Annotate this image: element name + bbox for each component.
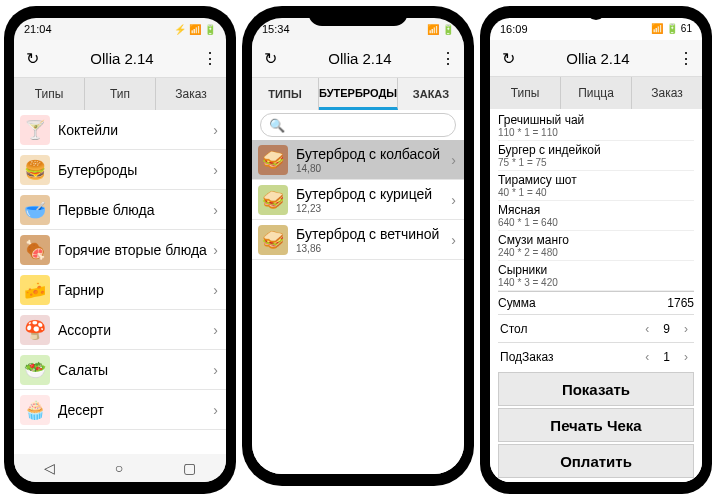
refresh-icon[interactable]: ↻ bbox=[260, 49, 280, 69]
tab-bar: Типы Тип Заказ bbox=[14, 78, 226, 110]
category-list: 🍸 Коктейли ›🍔 Бутерброды ›🥣 Первые блюда… bbox=[14, 110, 226, 454]
category-label: Салаты bbox=[58, 362, 213, 378]
category-row[interactable]: 🍔 Бутерброды › bbox=[14, 150, 226, 190]
item-price: 13,86 bbox=[296, 243, 451, 254]
sum-label: Сумма bbox=[498, 296, 536, 310]
back-icon[interactable]: ◁ bbox=[44, 460, 55, 476]
category-thumb: 🧁 bbox=[20, 395, 50, 425]
category-thumb: 🍖 bbox=[20, 235, 50, 265]
category-label: Десерт bbox=[58, 402, 213, 418]
sum-row: Сумма 1765 bbox=[498, 291, 694, 314]
category-thumb: 🍄 bbox=[20, 315, 50, 345]
suborder-decrement[interactable]: ‹ bbox=[641, 350, 653, 364]
tab-types[interactable]: ТИПЫ bbox=[252, 78, 319, 110]
category-row[interactable]: 🍖 Горячие вторые блюда › bbox=[14, 230, 226, 270]
chevron-right-icon: › bbox=[213, 282, 218, 298]
tab-sandwiches[interactable]: БУТЕРБРОДЫ bbox=[319, 78, 398, 110]
item-thumb: 🥪 bbox=[258, 225, 288, 255]
item-label: Бутерброд с ветчиной13,86 bbox=[296, 226, 451, 254]
chevron-right-icon: › bbox=[213, 322, 218, 338]
recent-icon[interactable]: ▢ bbox=[183, 460, 196, 476]
chevron-right-icon: › bbox=[451, 232, 456, 248]
item-row[interactable]: 🥪 Бутерброд с курицей12,23 › bbox=[252, 180, 464, 220]
order-item-calc: 40 * 1 = 40 bbox=[498, 187, 694, 198]
category-row[interactable]: 🧁 Десерт › bbox=[14, 390, 226, 430]
order-item-calc: 140 * 3 = 420 bbox=[498, 277, 694, 288]
table-label: Стол bbox=[500, 322, 527, 336]
tab-type[interactable]: Тип bbox=[85, 78, 156, 110]
status-bar: 21:04 ⚡ 📶 🔋 bbox=[14, 18, 226, 40]
suborder-increment[interactable]: › bbox=[680, 350, 692, 364]
tab-bar: ТИПЫ БУТЕРБРОДЫ ЗАКАЗ bbox=[252, 78, 464, 110]
notch bbox=[308, 6, 408, 26]
more-icon[interactable]: ⋮ bbox=[440, 49, 456, 68]
category-label: Бутерброды bbox=[58, 162, 213, 178]
tab-order[interactable]: ЗАКАЗ bbox=[398, 78, 464, 110]
app-bar: ↻ Ollia 2.14 ⋮ bbox=[490, 40, 702, 78]
order-item-name: Мясная bbox=[498, 203, 694, 217]
order-item-calc: 110 * 1 = 110 bbox=[498, 127, 694, 138]
status-icons: 📶 🔋 61 bbox=[651, 23, 692, 34]
clock: 15:34 bbox=[262, 23, 290, 35]
print-receipt-button[interactable]: Печать Чека bbox=[498, 408, 694, 442]
order-item-name: Смузи манго bbox=[498, 233, 694, 247]
category-row[interactable]: 🍸 Коктейли › bbox=[14, 110, 226, 150]
category-row[interactable]: 🍄 Ассорти › bbox=[14, 310, 226, 350]
app-title: Ollia 2.14 bbox=[280, 50, 440, 67]
category-thumb: 🥗 bbox=[20, 355, 50, 385]
category-thumb: 🍸 bbox=[20, 115, 50, 145]
refresh-icon[interactable]: ↻ bbox=[498, 48, 518, 68]
item-label: Бутерброд с колбасой14,80 bbox=[296, 146, 451, 174]
item-row[interactable]: 🥪 Бутерброд с колбасой14,80 › bbox=[252, 140, 464, 180]
item-thumb: 🥪 bbox=[258, 145, 288, 175]
clock: 21:04 bbox=[24, 23, 52, 35]
tab-types[interactable]: Типы bbox=[14, 78, 85, 110]
tab-types[interactable]: Типы bbox=[490, 77, 561, 109]
category-row[interactable]: 🥗 Салаты › bbox=[14, 350, 226, 390]
more-icon[interactable]: ⋮ bbox=[678, 49, 694, 68]
tab-order[interactable]: Заказ bbox=[156, 78, 226, 110]
category-label: Горячие вторые блюда bbox=[58, 242, 213, 258]
pay-button[interactable]: Оплатить bbox=[498, 444, 694, 478]
refresh-icon[interactable]: ↻ bbox=[22, 49, 42, 69]
sum-value: 1765 bbox=[667, 296, 694, 310]
item-row[interactable]: 🥪 Бутерброд с ветчиной13,86 › bbox=[252, 220, 464, 260]
order-item[interactable]: Бургер с индейкой 75 * 1 = 75 bbox=[498, 141, 694, 171]
phone-iphone-items: 15:34 📶 🔋 ↻ Ollia 2.14 ⋮ ТИПЫ БУТЕРБРОДЫ… bbox=[242, 6, 474, 486]
search-icon: 🔍 bbox=[269, 118, 285, 133]
tab-pizza[interactable]: Пицца bbox=[561, 77, 632, 109]
order-item[interactable]: Смузи манго 240 * 2 = 480 bbox=[498, 231, 694, 261]
order-item-calc: 75 * 1 = 75 bbox=[498, 157, 694, 168]
more-icon[interactable]: ⋮ bbox=[202, 49, 218, 68]
show-button[interactable]: Показать bbox=[498, 372, 694, 406]
search-input[interactable]: 🔍 bbox=[260, 113, 456, 137]
tab-bar: Типы Пицца Заказ bbox=[490, 77, 702, 109]
order-item[interactable]: Мясная 640 * 1 = 640 bbox=[498, 201, 694, 231]
order-item[interactable]: Сырники 140 * 3 = 420 bbox=[498, 261, 694, 291]
category-row[interactable]: 🥣 Первые блюда › bbox=[14, 190, 226, 230]
app-title: Ollia 2.14 bbox=[42, 50, 202, 67]
item-thumb: 🥪 bbox=[258, 185, 288, 215]
chevron-right-icon: › bbox=[213, 402, 218, 418]
app-bar: ↻ Ollia 2.14 ⋮ bbox=[252, 40, 464, 78]
item-price: 14,80 bbox=[296, 163, 451, 174]
home-icon[interactable]: ○ bbox=[115, 460, 123, 476]
order-item[interactable]: Гречишный чай 110 * 1 = 110 bbox=[498, 111, 694, 141]
app-title: Ollia 2.14 bbox=[518, 50, 678, 67]
order-item[interactable]: Тирамису шот 40 * 1 = 40 bbox=[498, 171, 694, 201]
order-item-name: Сырники bbox=[498, 263, 694, 277]
item-label: Бутерброд с курицей12,23 bbox=[296, 186, 451, 214]
category-thumb: 🍔 bbox=[20, 155, 50, 185]
tab-order[interactable]: Заказ bbox=[632, 77, 702, 109]
table-decrement[interactable]: ‹ bbox=[641, 322, 653, 336]
order-item-name: Гречишный чай bbox=[498, 113, 694, 127]
item-price: 12,23 bbox=[296, 203, 451, 214]
suborder-label: ПодЗаказ bbox=[500, 350, 554, 364]
android-nav-bar: ◁ ○ ▢ bbox=[14, 454, 226, 482]
category-row[interactable]: 🧀 Гарнир › bbox=[14, 270, 226, 310]
search-row: 🔍 bbox=[252, 110, 464, 140]
table-increment[interactable]: › bbox=[680, 322, 692, 336]
chevron-right-icon: › bbox=[451, 192, 456, 208]
status-bar: 16:09 📶 🔋 61 bbox=[490, 18, 702, 40]
chevron-right-icon: › bbox=[213, 202, 218, 218]
